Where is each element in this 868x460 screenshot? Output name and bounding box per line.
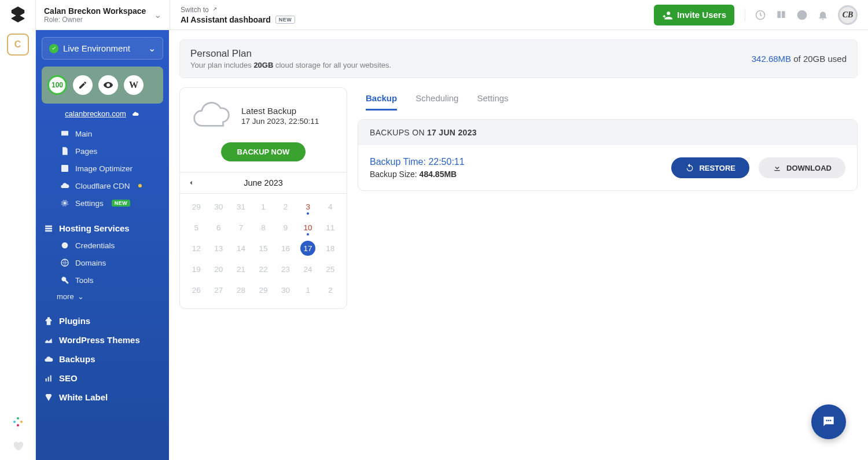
site-domain-link[interactable]: calanbreckon.com xyxy=(42,109,163,118)
sidebar-item-main[interactable]: Main xyxy=(57,125,163,142)
ai-dashboard-link[interactable]: AI Assistant dashboard NEW xyxy=(181,15,295,24)
sidebar-item-themes[interactable]: WordPress Themes xyxy=(42,329,163,348)
sidebar-item-plugins[interactable]: Plugins xyxy=(42,310,163,329)
calendar-day[interactable]: 26 xyxy=(186,279,207,300)
sidebar-item-white-label[interactable]: White Label xyxy=(42,387,163,406)
calendar-day[interactable]: 22 xyxy=(253,259,274,279)
slack-icon[interactable] xyxy=(11,415,25,429)
preview-site-button[interactable] xyxy=(98,75,118,95)
calendar-day[interactable]: 30 xyxy=(275,279,296,300)
calendar-day[interactable]: 14 xyxy=(230,238,252,259)
cloud-icon xyxy=(131,111,140,117)
restore-button[interactable]: RESTORE xyxy=(671,157,749,178)
pie-icon[interactable] xyxy=(796,9,808,21)
user-plus-icon xyxy=(662,10,672,20)
svg-rect-6 xyxy=(61,165,68,172)
heart-icon[interactable] xyxy=(12,439,24,460)
check-circle-icon xyxy=(49,44,58,53)
calendar-day[interactable]: 18 xyxy=(319,238,341,259)
calendar-day[interactable]: 17 xyxy=(297,238,319,259)
sidebar-item-settings[interactable]: SettingsNEW xyxy=(57,194,163,212)
calendar-day[interactable]: 4 xyxy=(319,196,341,217)
backup-time: Backup Time: 22:50:11 xyxy=(370,157,465,167)
backup-size: Backup Size: 484.85MB xyxy=(370,170,465,179)
svg-rect-10 xyxy=(45,230,52,231)
sidebar-item-credentials[interactable]: Credentials xyxy=(57,237,163,254)
calendar-day[interactable]: 28 xyxy=(230,279,252,300)
svg-point-18 xyxy=(830,420,832,422)
restore-icon xyxy=(685,163,694,172)
status-dot-icon xyxy=(138,184,142,187)
switch-area: Switch to AI Assistant dashboard NEW xyxy=(170,2,306,28)
calendar-day[interactable]: 7 xyxy=(230,217,252,238)
bell-icon[interactable] xyxy=(817,9,829,21)
sidebar-item-tools[interactable]: Tools xyxy=(57,271,163,289)
sidebar-item-image-optimizer[interactable]: Image Optimizer xyxy=(57,160,163,177)
sidebar-item-backups[interactable]: Backups xyxy=(42,348,163,367)
external-link-icon xyxy=(211,7,217,13)
sidebar-section-hosting[interactable]: Hosting Services xyxy=(42,218,163,237)
calendar-day[interactable]: 29 xyxy=(253,279,274,300)
sidebar-item-pages[interactable]: Pages xyxy=(57,142,163,160)
wordpress-admin-button[interactable]: W xyxy=(124,75,144,95)
calendar-day[interactable]: 6 xyxy=(208,217,230,238)
latest-backup-time: 17 Jun 2023, 22:50:11 xyxy=(241,117,319,126)
sidebar-item-domains[interactable]: Domains xyxy=(57,254,163,271)
plan-description: Your plan includes 20GB cloud storage fo… xyxy=(190,61,391,69)
download-button[interactable]: DOWNLOAD xyxy=(759,157,845,178)
environment-label: Live Environment xyxy=(63,43,130,53)
calendar-day[interactable]: 25 xyxy=(319,259,341,279)
calendar-day[interactable]: 21 xyxy=(230,259,252,279)
workspace-selector[interactable]: Calan Breckon Workspace Role: Owner ⌄ xyxy=(36,0,170,30)
environment-selector[interactable]: Live Environment ⌄ xyxy=(42,37,163,60)
invite-users-button[interactable]: Invite Users xyxy=(654,5,734,25)
tab-backup[interactable]: Backup xyxy=(366,87,397,111)
chevron-down-icon: ⌄ xyxy=(154,9,161,20)
calendar-day[interactable]: 15 xyxy=(253,238,274,259)
sidebar-item-seo[interactable]: SEO xyxy=(42,367,163,387)
workspace-badge[interactable]: C xyxy=(7,34,29,56)
calendar-day[interactable]: 2 xyxy=(275,196,296,217)
clock-icon[interactable] xyxy=(755,9,766,21)
calendar-day[interactable]: 1 xyxy=(253,196,274,217)
calendar-day[interactable]: 5 xyxy=(186,217,207,238)
calendar-day: 31 xyxy=(230,196,252,217)
calendar-day[interactable]: 19 xyxy=(186,259,207,279)
book-icon[interactable] xyxy=(775,9,787,21)
calendar-day[interactable]: 23 xyxy=(275,259,296,279)
workspace-role: Role: Owner xyxy=(44,16,146,24)
calendar-day[interactable]: 10 xyxy=(297,217,319,238)
calendar-day[interactable]: 3 xyxy=(297,196,319,217)
calendar-prev-button[interactable] xyxy=(187,179,195,187)
edit-site-button[interactable] xyxy=(73,75,93,95)
chat-fab-button[interactable] xyxy=(811,404,846,439)
backup-tabs: Backup Scheduling Settings xyxy=(358,87,858,111)
calendar-day[interactable]: 8 xyxy=(253,217,274,238)
calendar-day[interactable]: 13 xyxy=(208,238,230,259)
svg-rect-15 xyxy=(50,375,52,381)
calendar-day[interactable]: 27 xyxy=(208,279,230,300)
tab-scheduling[interactable]: Scheduling xyxy=(415,87,458,111)
svg-rect-0 xyxy=(13,421,16,423)
cloud-outline-icon xyxy=(192,101,232,131)
sidebar-item-cloudflare[interactable]: Cloudflare CDN xyxy=(57,177,163,194)
calendar-day[interactable]: 12 xyxy=(186,238,207,259)
avatar[interactable]: CB xyxy=(838,5,858,25)
switch-to-link[interactable]: Switch to xyxy=(181,6,295,14)
brand-logo-icon[interactable] xyxy=(9,6,27,23)
svg-rect-3 xyxy=(17,424,19,426)
sidebar-more-toggle[interactable]: more⌄ xyxy=(42,289,163,304)
calendar-day[interactable]: 16 xyxy=(275,238,296,259)
tab-settings[interactable]: Settings xyxy=(477,87,508,111)
calendar-day[interactable]: 11 xyxy=(319,217,341,238)
site-preview-card: 100 W xyxy=(42,67,163,104)
new-badge: NEW xyxy=(275,16,296,24)
download-icon xyxy=(773,163,782,172)
svg-rect-5 xyxy=(61,131,68,135)
calendar-header: June 2023 xyxy=(180,172,347,193)
calendar-day[interactable]: 24 xyxy=(297,259,319,279)
backup-now-button[interactable]: BACKUP NOW xyxy=(221,142,306,161)
calendar-day[interactable]: 20 xyxy=(208,259,230,279)
backups-panel: BACKUPS ON 17 JUN 2023 Backup Time: 22:5… xyxy=(358,119,858,191)
calendar-day[interactable]: 9 xyxy=(275,217,296,238)
